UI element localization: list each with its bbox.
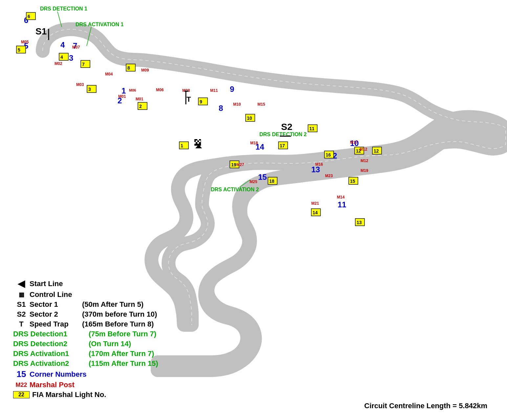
drs-det1-legend-desc: (75m Before Turn 7)	[89, 330, 156, 338]
start-line-legend-label: Start Line	[30, 280, 89, 288]
marshal-m01b: M01	[136, 97, 143, 101]
speed-trap-label: T	[187, 95, 191, 103]
svg-text:4: 4	[60, 54, 63, 60]
marshal-m14: M14	[337, 195, 345, 200]
marshal-m03: M03	[76, 82, 84, 87]
drs-activation-2-label: DRS ACTIVATION 2	[211, 187, 259, 192]
svg-text:18: 18	[269, 178, 275, 184]
t-legend-name: Speed Trap	[30, 320, 82, 328]
svg-text:7: 7	[82, 62, 85, 67]
drs-det1-legend-label: DRS Detection1	[13, 330, 89, 338]
drs-activation-1-label: DRS ACTIVATION 1	[76, 22, 123, 27]
marshal-m01: M01	[118, 94, 126, 99]
s1-legend-desc: (50m After Turn 5)	[82, 300, 143, 309]
svg-text:5: 5	[18, 47, 20, 52]
svg-rect-10	[194, 142, 196, 144]
drs-det2-legend-desc: (On Turn 14)	[89, 340, 131, 348]
marshal-m12b: M12	[361, 158, 368, 163]
marshal-m12: M12	[360, 147, 367, 152]
marshal-m02: M02	[55, 61, 62, 66]
corner-15: 15	[258, 173, 267, 181]
marshal-m16: M16	[315, 162, 323, 167]
marshal-m06: M06	[156, 88, 164, 92]
s1-legend-symbol: S1	[13, 300, 30, 309]
s2-legend-symbol: S2	[13, 310, 30, 319]
svg-text:10: 10	[247, 116, 252, 121]
control-line-legend-label: Control Line	[30, 290, 89, 299]
drs-act2-legend-desc: (115m After Turn 15)	[89, 359, 158, 368]
drs-act1-legend-desc: (170m After Turn 7)	[89, 349, 154, 358]
svg-text:6: 6	[28, 14, 30, 19]
t-legend-desc: (165m Before Turn 8)	[82, 320, 154, 328]
marshal-post-legend-label: Marshal Post	[30, 381, 89, 389]
circuit-length: Circuit Centreline Length = 5.842km	[364, 402, 487, 410]
fia-legend-label: FIA Marshal Light No.	[32, 390, 106, 399]
s1-legend-name: Sector 1	[30, 300, 82, 309]
drs-act2-legend-label: DRS Activation2	[13, 359, 89, 368]
svg-text:8: 8	[127, 65, 130, 71]
drs-det2-legend-label: DRS Detection2	[13, 340, 89, 348]
s2-label: S2	[281, 122, 292, 132]
svg-rect-9	[197, 142, 199, 144]
svg-text:19: 19	[231, 162, 236, 167]
svg-rect-7	[196, 140, 197, 142]
s1-label: S1	[35, 26, 47, 36]
marshal-m25: M25	[250, 179, 257, 184]
start-line-symbol: ◀	[13, 278, 30, 289]
svg-text:9: 9	[200, 99, 202, 104]
track-container: DRS DETECTION 1 DRS ACTIVATION 1 DRS DET…	[0, 0, 507, 420]
svg-text:11: 11	[309, 126, 315, 131]
corner-3: 3	[69, 53, 73, 62]
marshal-post-example: M22	[13, 382, 30, 388]
marshal-m08: M08	[182, 88, 190, 93]
marshal-m09: M09	[141, 68, 149, 73]
marshal-m21: M21	[311, 201, 319, 206]
fia-box-example: 22	[13, 391, 30, 398]
svg-text:1: 1	[181, 143, 183, 148]
svg-rect-8	[199, 140, 201, 142]
svg-text:14: 14	[313, 210, 318, 215]
s2-legend-desc: (370m before Turn 10)	[82, 310, 157, 319]
marshal-m07: M07	[72, 45, 80, 50]
svg-text:15: 15	[350, 178, 355, 184]
t-legend-symbol: T	[13, 320, 30, 328]
marshal-m18: M18	[250, 141, 258, 145]
svg-text:M06: M06	[129, 88, 136, 92]
marshal-m15: M15	[257, 102, 265, 107]
svg-text:17: 17	[280, 143, 285, 148]
corner-1: 1	[121, 86, 126, 95]
drs-act1-legend-label: DRS Activation1	[13, 349, 89, 358]
marshal-m10: M10	[233, 102, 241, 107]
svg-text:16: 16	[326, 152, 331, 158]
svg-text:12: 12	[374, 148, 379, 154]
corner-8: 8	[219, 104, 223, 113]
corner-11: 11	[338, 200, 346, 209]
legend: ◀ Start Line ▦ Control Line S1 Sector 1 …	[13, 278, 158, 400]
svg-text:13: 13	[357, 220, 362, 225]
marshal-m19: M19	[361, 168, 368, 173]
control-line-symbol: ▦	[13, 291, 30, 298]
svg-rect-11	[197, 139, 199, 140]
marshal-m17: M17	[350, 140, 358, 145]
marshal-m04: M04	[105, 72, 113, 76]
svg-text:3: 3	[88, 87, 91, 92]
corner-num-example: 15	[13, 369, 30, 379]
svg-text:2: 2	[139, 104, 142, 109]
s2-legend-name: Sector 2	[30, 310, 82, 319]
drs-detection-1-label: DRS DETECTION 1	[40, 6, 87, 11]
marshal-m05: M05	[21, 40, 29, 44]
corner-4: 4	[60, 40, 65, 49]
marshal-m27: M27	[236, 162, 244, 167]
corner-num-legend-label: Corner Numbers	[30, 370, 89, 379]
marshal-m23: M23	[325, 174, 333, 178]
corner-9: 9	[230, 85, 234, 94]
marshal-m11: M11	[210, 88, 218, 93]
